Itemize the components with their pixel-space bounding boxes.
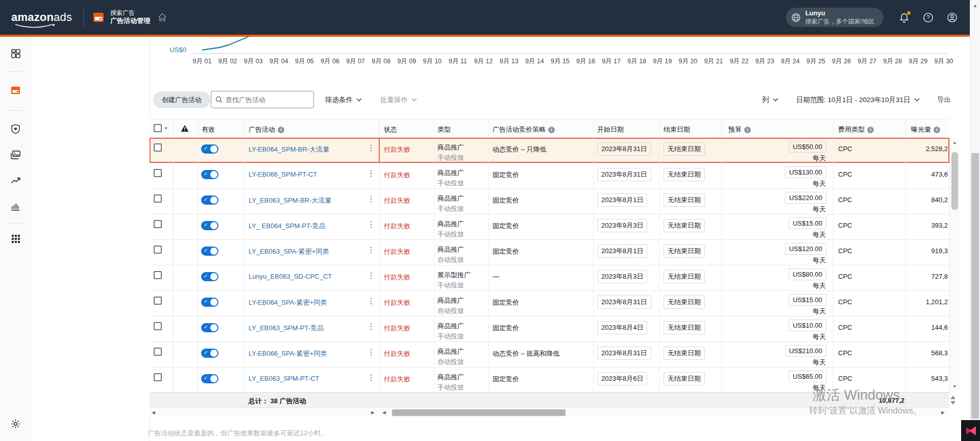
kebab-menu-icon[interactable]: ⋮ xyxy=(367,144,375,152)
scroll-up-icon[interactable]: ▲ xyxy=(952,140,957,145)
row-checkbox[interactable] xyxy=(154,220,162,228)
sidebar-item-insights[interactable] xyxy=(0,175,31,186)
kebab-menu-icon[interactable]: ⋮ xyxy=(367,374,375,382)
scroll-up-icon[interactable]: ▲ xyxy=(973,3,977,8)
page-scroll-thumb[interactable] xyxy=(971,153,979,419)
column-header-end-date[interactable]: 结束日期 xyxy=(664,125,690,134)
column-header-budget[interactable]: 预算i xyxy=(728,125,751,134)
row-checkbox[interactable] xyxy=(154,143,162,152)
scroll-right-icon[interactable]: ▶ xyxy=(941,410,945,415)
column-header-cost-type[interactable]: 费用类型i xyxy=(838,125,874,134)
sidebar-item-creatives[interactable] xyxy=(0,150,31,160)
start-date-field[interactable]: 2023年8月1日 xyxy=(597,193,647,207)
campaign-name-link[interactable]: LY-EB066_SPM-PT-CT xyxy=(249,170,317,178)
budget-field[interactable]: US$130.00 xyxy=(785,166,826,178)
budget-field[interactable]: US$120.00 xyxy=(785,243,826,255)
info-icon[interactable]: i xyxy=(548,127,555,133)
campaign-enabled-toggle[interactable]: ✓ xyxy=(201,323,218,332)
start-date-field[interactable]: 2023年8月3日 xyxy=(597,270,647,283)
campaign-name-link[interactable]: LY-EB066_SPA-紧密+同类 xyxy=(249,349,327,358)
scroll-left-icon[interactable]: ◀ xyxy=(152,410,155,415)
row-checkbox[interactable] xyxy=(154,297,162,305)
campaign-enabled-toggle[interactable]: ✓ xyxy=(201,247,218,256)
export-button[interactable]: 导出 xyxy=(937,91,951,108)
vendor-flag-badge[interactable] xyxy=(961,420,980,441)
campaign-enabled-toggle[interactable]: ✓ xyxy=(201,272,218,281)
row-checkbox[interactable] xyxy=(154,246,162,254)
sidebar-item-campaigns[interactable] xyxy=(0,85,31,96)
footer-scroll-down-icon[interactable] xyxy=(950,401,955,405)
campaign-enabled-toggle[interactable]: ✓ xyxy=(201,221,218,230)
footer-scroll-up-icon[interactable] xyxy=(950,396,955,399)
campaign-search-box[interactable] xyxy=(211,91,314,108)
kebab-menu-icon[interactable]: ⋮ xyxy=(367,246,375,254)
campaign-enabled-toggle[interactable]: ✓ xyxy=(201,298,218,307)
date-range-dropdown[interactable]: 日期范围: 10月1日 - 2023年10月31日 xyxy=(796,91,920,108)
end-date-field[interactable]: 无结束日期 xyxy=(664,219,705,232)
end-date-field[interactable]: 无结束日期 xyxy=(664,321,705,334)
start-date-field[interactable]: 2023年9月3日 xyxy=(597,219,647,232)
end-date-field[interactable]: 无结束日期 xyxy=(664,168,705,181)
budget-field[interactable]: US$65.00 xyxy=(789,371,826,382)
budget-field[interactable]: US$210.00 xyxy=(785,345,826,357)
page-scrollbar[interactable]: ▲ xyxy=(970,0,980,441)
kebab-menu-icon[interactable]: ⋮ xyxy=(367,348,375,356)
sidebar-item-settings[interactable] xyxy=(0,419,31,429)
end-date-field[interactable]: 无结束日期 xyxy=(664,193,705,207)
row-checkbox[interactable] xyxy=(154,348,162,356)
start-date-field[interactable]: 2023年8月31日 xyxy=(597,142,651,156)
select-all-checkbox[interactable] xyxy=(154,124,162,132)
budget-field[interactable]: US$50.00 xyxy=(789,141,826,153)
sidebar-item-brand-protection[interactable] xyxy=(0,124,31,134)
bulk-actions-dropdown[interactable]: 批量操作 xyxy=(380,91,417,108)
row-checkbox[interactable] xyxy=(154,271,162,279)
column-header-campaign[interactable]: 广告活动i xyxy=(249,125,284,134)
sidebar-item-apps[interactable] xyxy=(0,234,31,244)
campaign-name-link[interactable]: LY_EB063_SPA-紧密+同类 xyxy=(249,247,329,256)
campaign-name-link[interactable]: LY_EB063_SPM-BR-大流量 xyxy=(249,196,331,205)
column-header-status[interactable]: 状态 xyxy=(384,125,397,134)
campaign-name-link[interactable]: LY-EB064_SPM-BR-大流量 xyxy=(249,145,329,154)
campaign-enabled-toggle[interactable]: ✓ xyxy=(201,170,218,179)
start-date-field[interactable]: 2023年8月4日 xyxy=(597,321,647,334)
account-selector[interactable]: Lunyu 搜索广告，多个国家/地区 xyxy=(786,8,884,27)
campaign-enabled-toggle[interactable]: ✓ xyxy=(201,374,218,383)
start-date-field[interactable]: 2023年8月1日 xyxy=(597,244,647,258)
budget-field[interactable]: US$80.00 xyxy=(789,268,826,280)
budget-field[interactable]: US$220.00 xyxy=(785,192,826,204)
sidebar-item-dashboard[interactable] xyxy=(0,48,31,59)
info-icon[interactable]: i xyxy=(867,127,874,133)
column-header-active[interactable]: 有效 xyxy=(202,125,215,134)
scroll-right-icon[interactable]: ▶ xyxy=(371,410,375,415)
table-vertical-scrollbar[interactable]: ▲ ▼ xyxy=(949,138,960,392)
kebab-menu-icon[interactable]: ⋮ xyxy=(367,169,375,178)
end-date-field[interactable]: 无结束日期 xyxy=(664,142,705,156)
column-header-type[interactable]: 类型 xyxy=(437,125,451,134)
kebab-menu-icon[interactable]: ⋮ xyxy=(367,323,375,331)
row-checkbox[interactable] xyxy=(154,194,162,203)
amazon-ads-logo[interactable]: amazonads xyxy=(11,11,72,24)
row-checkbox[interactable] xyxy=(154,322,162,330)
budget-field[interactable]: US$15.00 xyxy=(789,217,826,229)
column-header-impressions[interactable]: 曝光量i xyxy=(911,125,940,134)
create-campaign-button[interactable]: 创建广告活动 xyxy=(153,91,210,108)
campaign-name-link[interactable]: Lunyu_EB063_SD-CPC_CT xyxy=(249,273,332,280)
kebab-menu-icon[interactable]: ⋮ xyxy=(367,220,375,229)
end-date-field[interactable]: 无结束日期 xyxy=(664,296,705,309)
filter-dropdown[interactable]: 筛选条件 xyxy=(325,91,362,108)
scroll-left-icon[interactable]: ◀ xyxy=(382,410,386,415)
column-header-start-date[interactable]: 开始日期 xyxy=(597,125,624,134)
start-date-field[interactable]: 2023年8月31日 xyxy=(597,296,651,309)
column-header-strategy[interactable]: 广告活动竞价策略i xyxy=(493,125,555,134)
select-menu-caret-icon[interactable]: ▾ xyxy=(165,126,167,131)
end-date-field[interactable]: 无结束日期 xyxy=(664,347,705,360)
budget-field[interactable]: US$15.00 xyxy=(789,294,826,306)
scroll-down-icon[interactable]: ▼ xyxy=(952,384,957,389)
home-icon[interactable] xyxy=(157,12,167,22)
user-menu-button[interactable] xyxy=(947,12,958,23)
start-date-field[interactable]: 2023年8月6日 xyxy=(597,372,647,385)
end-date-field[interactable]: 无结束日期 xyxy=(664,372,705,385)
horizontal-scroll-thumb[interactable] xyxy=(392,409,566,416)
notifications-button[interactable] xyxy=(899,12,910,23)
campaign-enabled-toggle[interactable]: ✓ xyxy=(201,349,218,358)
